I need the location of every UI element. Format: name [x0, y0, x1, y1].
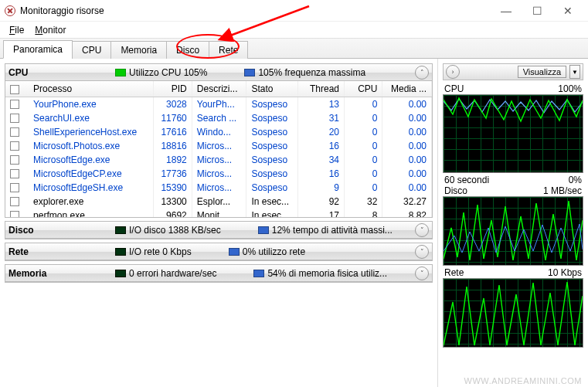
col-desc[interactable]: Descrizi... — [192, 81, 246, 97]
panel-memoria-header[interactable]: Memoria 0 errori hardware/sec 54% di mem… — [5, 265, 432, 282]
cell-process: explorer.exe — [29, 195, 153, 209]
cell-desc: Micros... — [192, 153, 246, 167]
row-checkbox[interactable] — [10, 183, 19, 192]
cell-process: YourPhone.exe — [29, 97, 153, 111]
col-checkbox[interactable] — [5, 81, 29, 97]
titlebar: Monitoraggio risorse — ☐ ✕ — [0, 0, 588, 22]
row-checkbox[interactable] — [10, 141, 19, 151]
cell-cpu: 8 — [345, 209, 382, 218]
chart-cpu-labels: CPU 100% — [443, 83, 583, 94]
minimize-button[interactable]: — — [491, 5, 522, 17]
right-toolbar: › Visualizza ▼ — [443, 63, 583, 80]
cell-pid: 11760 — [153, 111, 192, 125]
panel-rete-header[interactable]: Rete I/O rete 0 Kbps 0% utilizzo rete ˅ — [5, 243, 432, 260]
cell-state: Sospeso — [246, 181, 297, 195]
cell-pid: 3028 — [153, 97, 192, 111]
cell-state: Sospeso — [246, 139, 297, 153]
watermark: WWW.ANDREAMININI.COM — [464, 376, 582, 385]
tab-panoramica[interactable]: Panoramica — [3, 40, 73, 59]
table-row[interactable]: explorer.exe13300Esplor...In esec...9232… — [5, 195, 432, 209]
cell-pid: 13300 — [153, 195, 192, 209]
blue-swatch-icon — [258, 226, 269, 234]
col-pid[interactable]: PID — [153, 81, 192, 97]
col-thread[interactable]: Thread — [297, 81, 344, 97]
panel-disco: Disco I/O disco 1388 KB/sec 12% tempo di… — [5, 221, 433, 239]
collapse-charts-button[interactable]: › — [446, 65, 460, 79]
chart-cpu-footer-left: 60 secondi — [444, 175, 489, 185]
table-row[interactable]: MicrosoftEdgeSH.exe15390Micros...Sospeso… — [5, 181, 432, 195]
cell-cpu: 0 — [345, 125, 382, 139]
cell-desc: Micros... — [192, 139, 246, 153]
table-row[interactable]: Microsoft.Photos.exe18816Micros...Sospes… — [5, 139, 432, 153]
cell-state: Sospeso — [246, 111, 297, 125]
row-checkbox[interactable] — [10, 114, 19, 123]
panel-memoria-title: Memoria — [8, 268, 109, 279]
view-button[interactable]: Visualizza — [518, 66, 566, 78]
cell-desc: YourPh... — [192, 97, 246, 111]
panel-cpu-header[interactable]: CPU Utilizzo CPU 105% 105% frequenza mas… — [5, 64, 432, 81]
chart-cpu-title: CPU — [444, 83, 464, 94]
window-title: Monitoraggio risorse — [20, 5, 491, 16]
collapse-cpu-button[interactable]: ˄ — [415, 66, 429, 80]
blue-swatch-icon — [229, 248, 240, 256]
expand-disco-button[interactable]: ˅ — [415, 223, 429, 237]
cell-avg: 32.27 — [382, 195, 432, 209]
cell-pid: 1892 — [153, 153, 192, 167]
panel-cpu-title: CPU — [8, 67, 109, 78]
chart-net — [443, 278, 583, 348]
cell-pid: 15390 — [153, 181, 192, 195]
cell-desc: Monit... — [192, 209, 246, 218]
chart-cpu-footer-right: 0% — [569, 175, 582, 185]
cell-process: SearchUI.exe — [29, 111, 153, 125]
table-row[interactable]: MicrosoftEdge.exe1892Micros...Sospeso340… — [5, 153, 432, 167]
tab-memoria[interactable]: Memoria — [110, 41, 167, 59]
row-checkbox[interactable] — [10, 100, 19, 109]
disk-metric-activity: 12% tempo di attività massi... — [258, 225, 393, 236]
row-checkbox[interactable] — [10, 169, 19, 178]
cell-process: perfmon.exe — [29, 209, 153, 218]
close-button[interactable]: ✕ — [552, 5, 583, 17]
cell-desc: Micros... — [192, 181, 246, 195]
mem-metric-phys: 54% di memoria fisica utiliz... — [253, 268, 387, 279]
table-row[interactable]: ShellExperienceHost.exe17616Windo...Sosp… — [5, 125, 432, 139]
chart-disk — [443, 196, 583, 266]
row-checkbox[interactable] — [10, 127, 19, 137]
cell-avg: 0.00 — [382, 167, 432, 181]
cell-thread: 31 — [297, 111, 344, 125]
col-cpu[interactable]: CPU — [345, 81, 382, 97]
tab-rete[interactable]: Rete — [209, 41, 248, 59]
table-row[interactable]: perfmon.exe9692Monit...In esec...1788.82 — [5, 209, 432, 218]
expand-rete-button[interactable]: ˅ — [415, 245, 429, 259]
panel-memoria: Memoria 0 errori hardware/sec 54% di mem… — [5, 264, 433, 283]
tab-cpu[interactable]: CPU — [72, 41, 111, 59]
row-checkbox[interactable] — [10, 211, 19, 217]
chart-disk-max: 1 MB/sec — [543, 185, 582, 196]
tabstrip: Panoramica CPU Memoria Disco Rete — [0, 39, 588, 59]
table-row[interactable]: YourPhone.exe3028YourPh...Sospeso1300.00 — [5, 97, 432, 111]
cell-pid: 18816 — [153, 139, 192, 153]
cell-thread: 9 — [297, 181, 344, 195]
menu-file[interactable]: File — [5, 23, 29, 37]
panel-disco-header[interactable]: Disco I/O disco 1388 KB/sec 12% tempo di… — [5, 222, 432, 239]
cell-process: ShellExperienceHost.exe — [29, 125, 153, 139]
tab-disco[interactable]: Disco — [166, 41, 209, 59]
cell-avg: 0.00 — [382, 125, 432, 139]
chart-cpu-max: 100% — [558, 83, 582, 94]
cell-cpu: 32 — [345, 195, 382, 209]
blue-swatch-icon — [244, 69, 255, 76]
chart-cpu-footer: 60 secondi 0% — [443, 175, 583, 185]
cell-thread: 92 — [297, 195, 344, 209]
col-avg[interactable]: Media ... — [382, 81, 432, 97]
row-checkbox[interactable] — [10, 197, 19, 206]
col-process[interactable]: Processo — [29, 81, 153, 97]
view-dropdown-icon[interactable]: ▼ — [569, 65, 580, 79]
cell-process: MicrosoftEdgeSH.exe — [29, 181, 153, 195]
row-checkbox[interactable] — [10, 155, 19, 165]
menu-monitor[interactable]: Monitor — [30, 23, 70, 37]
maximize-button[interactable]: ☐ — [522, 5, 552, 17]
cell-process: MicrosoftEdge.exe — [29, 153, 153, 167]
col-state[interactable]: Stato — [246, 81, 297, 97]
table-row[interactable]: SearchUI.exe11760Search ...Sospeso3100.0… — [5, 111, 432, 125]
expand-memoria-button[interactable]: ˅ — [415, 266, 429, 280]
table-row[interactable]: MicrosoftEdgeCP.exe17736Micros...Sospeso… — [5, 167, 432, 181]
